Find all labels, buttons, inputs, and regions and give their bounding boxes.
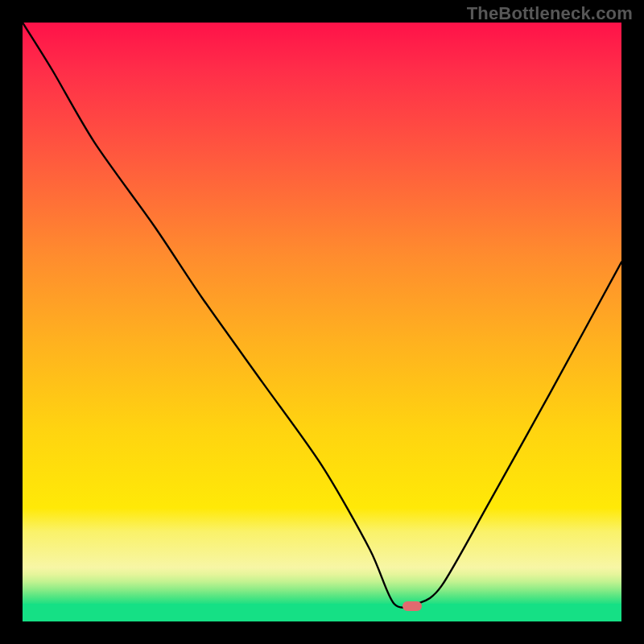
bottleneck-curve	[23, 23, 621, 621]
watermark-text: TheBottleneck.com	[467, 3, 633, 24]
curve-path	[23, 23, 621, 608]
chart-frame: TheBottleneck.com	[0, 0, 644, 644]
optimum-marker	[402, 601, 422, 611]
plot-area	[23, 23, 621, 621]
